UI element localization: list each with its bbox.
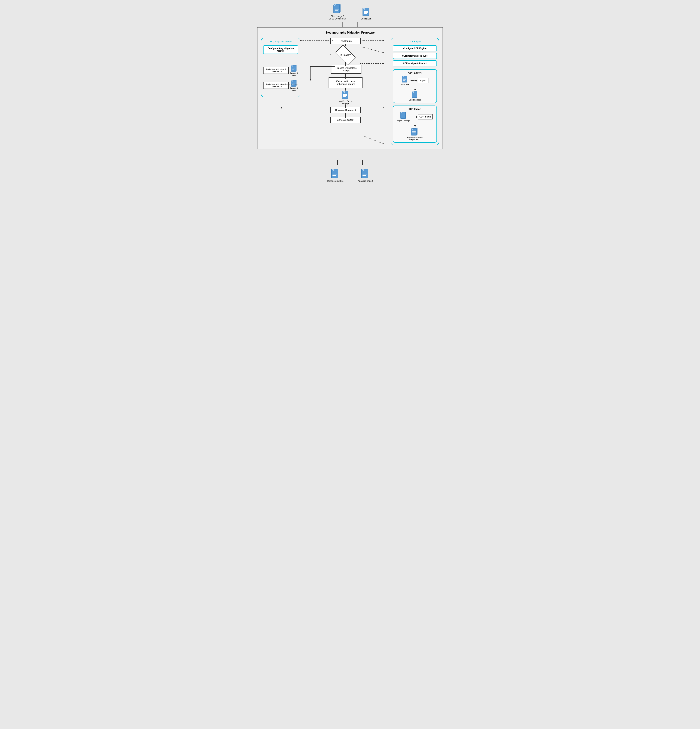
cdr-import-pkg-label: Export Package bbox=[397, 120, 410, 122]
modified-export-label: Modified Export Package bbox=[338, 100, 354, 105]
steg-doc-label-2: Images & report bbox=[290, 87, 298, 91]
export-package-label: Export Package bbox=[409, 99, 421, 101]
svg-rect-30 bbox=[402, 76, 407, 82]
config-input-item: Config.json bbox=[361, 7, 371, 20]
main-box: Steganography Mitigation Prototype Steg … bbox=[257, 27, 443, 149]
cdr-module: CDR Engine Configure CDR Engine CDR Dete… bbox=[391, 38, 439, 145]
cdr-import-subbox: CDR Import Export Package bbox=[393, 106, 437, 143]
svg-rect-25 bbox=[342, 91, 348, 99]
svg-rect-76 bbox=[332, 169, 338, 178]
configure-steg-btn[interactable]: Configure Steg Mitigation Module bbox=[263, 45, 298, 54]
steg-doc-icon-2 bbox=[291, 80, 297, 87]
analysis-report-icon bbox=[361, 169, 370, 179]
extract-process-box: Extract & Process Embedded Images bbox=[329, 77, 362, 88]
svg-rect-46 bbox=[411, 129, 417, 135]
svg-marker-75 bbox=[362, 164, 363, 165]
cdr-export-btn[interactable]: Export bbox=[418, 78, 428, 83]
regenerated-file-output: Regenerated File bbox=[327, 169, 343, 182]
fork-arrows-svg bbox=[323, 156, 377, 165]
svg-rect-3 bbox=[333, 5, 340, 13]
cdr-export-title: CDR Export bbox=[395, 71, 435, 74]
cdr-module-title: CDR Engine bbox=[393, 40, 437, 43]
bottom-outputs: Regenerated File Analysis Report bbox=[327, 169, 373, 182]
main-layout: Steg Mitigation Module Configure Steg Mi… bbox=[261, 38, 439, 145]
main-title: Steganography Mitigation Prototype bbox=[261, 31, 439, 34]
files-input-label: Files (Image & Office Documents) bbox=[329, 15, 346, 20]
svg-rect-35 bbox=[412, 91, 417, 98]
svg-rect-81 bbox=[361, 169, 368, 178]
top-inputs: Files (Image & Office Documents) Config.… bbox=[329, 4, 371, 22]
svg-rect-8 bbox=[363, 8, 369, 16]
svg-rect-18 bbox=[292, 65, 297, 71]
center-flow: Load Inputs Is Image? Y N bbox=[302, 38, 389, 123]
cdr-import-title: CDR Import bbox=[395, 107, 435, 110]
is-image-diamond: Is Image? bbox=[341, 54, 351, 56]
regenerated-file-label: Regenerated File bbox=[327, 180, 343, 182]
svg-marker-73 bbox=[337, 164, 338, 165]
cdr-export-subbox: CDR Export Input File bbox=[393, 69, 437, 103]
load-inputs-box: Load Inputs bbox=[330, 38, 361, 44]
steg-item-2: Apply Steg Mitigation & Update Report Im… bbox=[263, 80, 298, 91]
steg-module-title: Steg Mitigation Module bbox=[263, 40, 298, 43]
diagram-wrapper: Files (Image & Office Documents) Config.… bbox=[255, 4, 445, 182]
cdr-import-btn[interactable]: CDR Import bbox=[418, 114, 432, 119]
files-input-item: Files (Image & Office Documents) bbox=[329, 4, 346, 20]
yes-label: Y bbox=[330, 54, 332, 56]
steg-apply-box-2: Apply Steg Mitigation & Update Report bbox=[263, 82, 289, 89]
steg-doc-label-1: Images & report bbox=[290, 72, 298, 76]
configure-cdr-btn[interactable]: Configure CDR Engine bbox=[393, 45, 437, 51]
cdr-regenerated-label: Regenerated File & Analysis Report bbox=[406, 137, 424, 141]
cdr-export-package-icon bbox=[412, 91, 418, 99]
svg-rect-24 bbox=[292, 80, 297, 86]
config-input-label: Config.json bbox=[361, 17, 371, 20]
steg-apply-box-1: Apply Steg Mitigation & Update Report bbox=[263, 67, 289, 74]
steg-module: Steg Mitigation Module Configure Steg Mi… bbox=[261, 38, 300, 97]
svg-rect-40 bbox=[400, 112, 406, 119]
cdr-regenerated-icon bbox=[411, 127, 419, 136]
analysis-report-output: Analysis Report bbox=[358, 169, 373, 182]
files-icon bbox=[333, 4, 342, 14]
input-file-label: Input File bbox=[401, 84, 409, 86]
cdr-determine-btn[interactable]: CDR Determine File Type bbox=[393, 53, 437, 59]
config-icon bbox=[362, 7, 370, 16]
cdr-analyse-btn[interactable]: CDR Analyse & Protect bbox=[393, 60, 437, 67]
steg-doc-icon-1 bbox=[291, 65, 297, 72]
cdr-import-export-package-icon bbox=[400, 112, 407, 119]
analysis-report-label: Analysis Report bbox=[358, 180, 373, 182]
regenerated-file-icon bbox=[331, 169, 340, 179]
steg-item-1: Apply Steg Mitigation & Update Report Im… bbox=[263, 65, 298, 76]
modified-export-icon bbox=[342, 90, 349, 99]
cdr-input-file-icon bbox=[402, 76, 408, 83]
